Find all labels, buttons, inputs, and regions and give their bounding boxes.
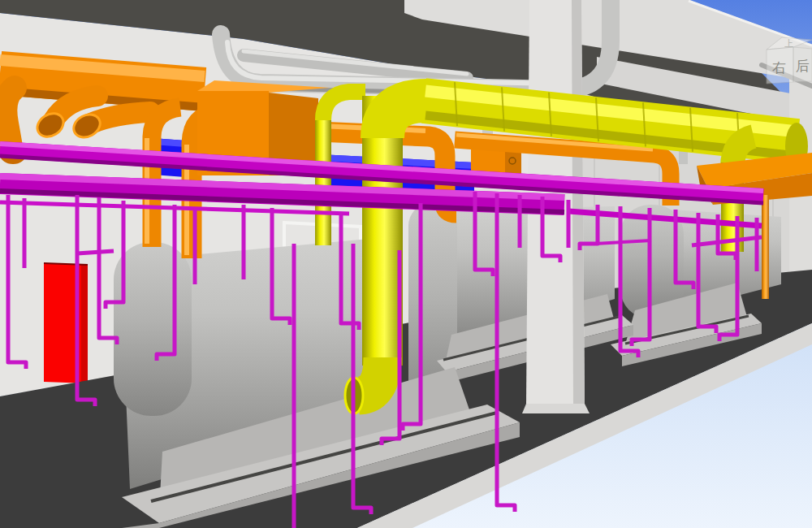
- view-cube-top-label: 上: [784, 38, 793, 48]
- orange-branch: [5, 88, 15, 151]
- view-cube-back-label: 后: [796, 58, 810, 74]
- orange-drop-thin: [762, 195, 769, 299]
- view-cube-right-label: 右: [772, 60, 786, 76]
- bim-3d-viewport[interactable]: 上 右 后: [0, 0, 812, 528]
- exit-door[interactable]: [44, 263, 88, 383]
- magenta-connector: [77, 251, 114, 253]
